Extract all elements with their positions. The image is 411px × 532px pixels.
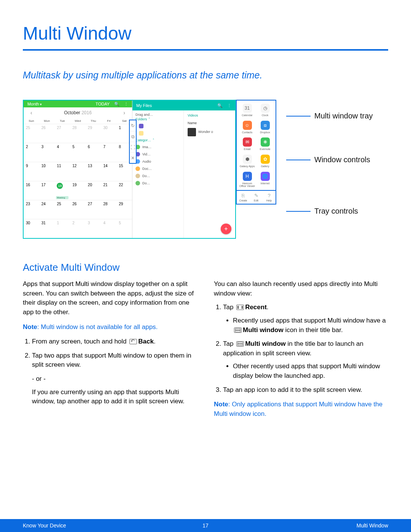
tray-control-create[interactable]: ⎘Create: [237, 191, 250, 204]
calendar-day-cell[interactable]: 24: [39, 200, 55, 219]
calendar-day-cell[interactable]: 27: [86, 200, 101, 219]
next-month-button[interactable]: ›: [123, 110, 125, 116]
files-app-title: My Files: [136, 103, 152, 108]
calendar-day-cell[interactable]: 30: [24, 219, 39, 238]
folder-item[interactable]: ›: [135, 131, 180, 136]
window-control-button[interactable]: ⛶: [130, 142, 136, 152]
calendar-view-selector[interactable]: Month: [27, 102, 42, 106]
calendar-today-button[interactable]: TODAY: [96, 102, 110, 106]
calendar-day-cell[interactable]: 23: [24, 200, 39, 219]
search-icon[interactable]: 🔍: [217, 103, 223, 108]
callout-window-controls: Window controls: [314, 155, 370, 165]
calendar-month-label: October: [64, 110, 80, 115]
calendar-day-cell[interactable]: 25: [24, 124, 39, 143]
calendar-day-header: Tue: [54, 118, 70, 124]
search-icon[interactable]: 🔍: [114, 102, 119, 107]
tray-app-clock[interactable]: ◷Clock: [257, 104, 273, 117]
calendar-day-cell[interactable]: 2: [70, 219, 86, 238]
calendar-day-cell[interactable]: 15: [116, 162, 132, 181]
tray-control-edit[interactable]: ✎Edit: [250, 191, 263, 204]
calendar-day-cell[interactable]: 14: [101, 162, 117, 181]
app-icon: ⧈: [261, 121, 270, 130]
window-control-button[interactable]: ✕: [130, 152, 136, 163]
tray-app-gallery[interactable]: ✿Gallery: [257, 155, 273, 168]
calendar-day-cell[interactable]: 26: [70, 200, 86, 219]
tray-app-evernote[interactable]: ❋Evernote: [257, 137, 273, 151]
calendar-day-cell[interactable]: 29: [86, 124, 101, 143]
calendar-day-cell[interactable]: 28: [101, 200, 117, 219]
calendar-day-cell[interactable]: 19: [70, 181, 86, 200]
calendar-day-cell[interactable]: 27: [54, 124, 70, 143]
calendar-day-cell[interactable]: 7: [101, 143, 117, 162]
calendar-day-cell[interactable]: 4: [54, 143, 70, 162]
calendar-grid: SunMonTueWedThuFriSat2526272829301234567…: [24, 118, 132, 238]
folder-item[interactable]: ›: [135, 124, 180, 128]
tray-app-contacts[interactable]: ☺Contacts: [239, 121, 255, 134]
calendar-day-cell[interactable]: 1: [54, 219, 70, 238]
calendar-day-cell[interactable]: 22: [116, 181, 132, 200]
tray-control-help[interactable]: ?Help: [263, 191, 276, 204]
files-app-bar: My Files 🔍 ⋮: [132, 101, 235, 110]
calendar-day-cell[interactable]: 18Meeting: [54, 181, 70, 200]
tray-app-galaxy-apps[interactable]: ⬢Galaxy Apps: [239, 155, 255, 168]
calendar-day-cell[interactable]: 21: [101, 181, 117, 200]
window-controls: ↻⧉⛶✕: [129, 120, 137, 164]
category-item[interactable]: Vid…: [135, 152, 180, 157]
category-item[interactable]: Doc…: [135, 166, 180, 171]
calendar-day-cell[interactable]: 26: [39, 124, 55, 143]
file-item[interactable]: Wonder o: [188, 128, 231, 136]
calendar-day-cell[interactable]: 28: [70, 124, 86, 143]
calendar-day-cell[interactable]: 5: [70, 143, 86, 162]
files-categories-toggle[interactable]: Categor… ˄: [135, 138, 180, 142]
tray-app-calendar[interactable]: 31Calendar: [239, 104, 255, 117]
calendar-day-cell[interactable]: 30: [101, 124, 117, 143]
calendar-day-cell[interactable]: 31: [39, 219, 55, 238]
calendar-day-cell[interactable]: 2: [24, 143, 39, 162]
edit-icon: ✎: [254, 193, 258, 198]
files-name-header: Name: [188, 121, 231, 125]
calendar-day-cell[interactable]: 6: [86, 143, 101, 162]
category-item[interactable]: Audio: [135, 159, 180, 164]
calendar-day-cell[interactable]: 3: [39, 143, 55, 162]
category-item[interactable]: Ima…: [135, 145, 180, 149]
tray-app-email[interactable]: ✉Email: [239, 137, 255, 151]
category-item[interactable]: Do…: [135, 181, 180, 185]
tray-app-hancom-office-viewer[interactable]: HHancom Office Viewer: [239, 172, 255, 188]
multi-window-tray: 31Calendar◷Clock☺Contacts⧈Dropbox✉Email❋…: [236, 100, 276, 204]
app-label: Evernote: [260, 148, 270, 151]
files-content: Videos Name Wonder o: [184, 110, 235, 238]
calendar-day-cell[interactable]: 13: [86, 162, 101, 181]
intro-text: You can also launch recently used apps d…: [214, 280, 388, 298]
calendar-day-cell[interactable]: 5: [116, 219, 132, 238]
window-control-button[interactable]: ↻: [130, 120, 136, 131]
calendar-day-header: Mon: [39, 118, 55, 124]
calendar-event[interactable]: Meeting: [56, 196, 68, 199]
calendar-day-cell[interactable]: 25: [54, 200, 70, 219]
calendar-day-cell[interactable]: 20: [86, 181, 101, 200]
files-recent-header: Drag and…: [135, 113, 180, 117]
calendar-day-cell[interactable]: 11: [54, 162, 70, 181]
more-icon[interactable]: ⋮: [124, 102, 128, 107]
files-sidebar: Drag and… Folders ˄ › › Categor… ˄ Ima…V…: [132, 110, 184, 238]
tray-app-internet[interactable]: 🌐Internet: [257, 172, 273, 188]
files-folders-toggle[interactable]: Folders ˄: [135, 117, 180, 121]
app-icon: ❋: [261, 137, 270, 147]
category-item[interactable]: Do…: [135, 174, 180, 178]
calendar-day-cell[interactable]: 16: [24, 181, 39, 200]
window-control-button[interactable]: ⧉: [130, 131, 136, 142]
body-columns: Apps that support Multi window display t…: [23, 280, 388, 424]
calendar-day-cell[interactable]: 4: [101, 219, 117, 238]
calendar-day-cell[interactable]: 10: [39, 162, 55, 181]
calendar-day-header: Sun: [24, 118, 39, 124]
calendar-day-cell[interactable]: 3: [86, 219, 101, 238]
more-icon[interactable]: ⋮: [227, 103, 231, 108]
calendar-add-button[interactable]: +: [221, 224, 231, 234]
calendar-day-cell[interactable]: 12: [70, 162, 86, 181]
calendar-day-cell[interactable]: 29: [116, 200, 132, 219]
app-label: Clock: [262, 114, 269, 117]
calendar-day-cell[interactable]: 9: [24, 162, 39, 181]
app-label: Internet: [261, 182, 270, 185]
calendar-day-cell[interactable]: 17: [39, 181, 55, 200]
prev-month-button[interactable]: ‹: [30, 110, 32, 116]
tray-app-dropbox[interactable]: ⧈Dropbox: [257, 121, 273, 134]
